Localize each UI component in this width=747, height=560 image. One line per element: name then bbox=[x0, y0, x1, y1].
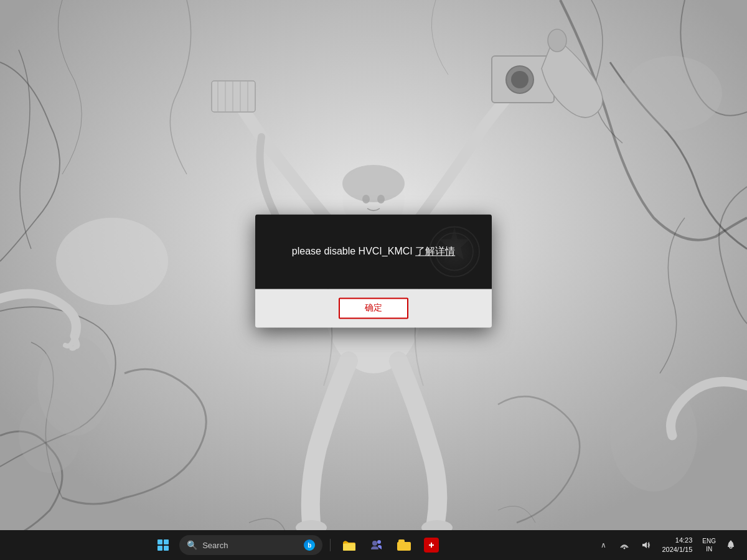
confirm-button[interactable]: 确定 bbox=[339, 297, 408, 319]
dialog-header: please disable HVCI_KMCI 了解详情 bbox=[255, 214, 492, 289]
teams-icon bbox=[370, 538, 383, 552]
search-bar[interactable]: 🔍 Search b bbox=[179, 535, 322, 555]
file-manager-button[interactable] bbox=[338, 534, 360, 556]
folder-icon bbox=[397, 539, 411, 551]
svg-point-33 bbox=[730, 541, 732, 543]
svg-point-9 bbox=[362, 195, 370, 203]
search-icon: 🔍 bbox=[187, 540, 197, 550]
taskbar-center-group: 🔍 Search b bbox=[0, 534, 594, 556]
svg-point-3 bbox=[622, 56, 722, 131]
show-hidden-icons-button[interactable]: ∧ bbox=[594, 536, 612, 554]
taskbar-separator bbox=[330, 539, 331, 551]
start-button[interactable] bbox=[152, 534, 174, 556]
svg-point-10 bbox=[377, 195, 385, 203]
clock-date: 2024/1/15 bbox=[662, 545, 692, 554]
dialog-footer: 确定 bbox=[255, 289, 492, 327]
svg-rect-28 bbox=[343, 544, 355, 551]
svg-point-2 bbox=[19, 398, 81, 473]
file-manager-icon bbox=[342, 538, 356, 552]
svg-point-30 bbox=[377, 540, 381, 544]
taskbar-right: ∧ 14:23 2024/1/1 bbox=[594, 533, 747, 558]
dialog-text-part1: please disable HVCI_KMCI bbox=[292, 246, 415, 256]
language-button[interactable]: ENG IN bbox=[700, 534, 718, 556]
svg-point-29 bbox=[372, 541, 377, 546]
svg-point-5 bbox=[56, 218, 168, 305]
svg-point-8 bbox=[342, 165, 405, 202]
search-label: Search bbox=[202, 541, 299, 550]
dialog-overlay: please disable HVCI_KMCI 了解详情 确定 bbox=[255, 214, 492, 327]
bing-icon: b bbox=[304, 539, 315, 551]
svg-point-32 bbox=[624, 548, 626, 549]
volume-button[interactable] bbox=[637, 536, 654, 554]
network-button[interactable] bbox=[616, 536, 633, 554]
clock-button[interactable]: 14:23 2024/1/15 bbox=[658, 533, 696, 558]
lang-line2: IN bbox=[702, 545, 716, 553]
chevron-up-icon: ∧ bbox=[601, 541, 606, 549]
notification-icon bbox=[726, 540, 736, 550]
desktop: please disable HVCI_KMCI 了解详情 确定 🔍 Searc… bbox=[0, 0, 747, 560]
windows-logo-icon bbox=[157, 539, 169, 551]
game-icon-svg bbox=[426, 540, 436, 550]
network-icon bbox=[619, 540, 629, 550]
svg-point-19 bbox=[511, 71, 529, 88]
clock-time: 14:23 bbox=[675, 536, 693, 545]
game-app-button[interactable] bbox=[420, 534, 443, 556]
folder-button[interactable] bbox=[393, 534, 415, 556]
game-app-icon bbox=[424, 538, 439, 553]
action-center-button[interactable] bbox=[722, 536, 740, 554]
lang-line1: ENG bbox=[702, 537, 716, 545]
volume-icon bbox=[641, 540, 651, 550]
teams-button[interactable] bbox=[365, 534, 388, 556]
dialog-link[interactable]: 了解详情 bbox=[415, 246, 455, 256]
svg-point-20 bbox=[548, 29, 566, 52]
dialog-message: please disable HVCI_KMCI 了解详情 bbox=[292, 244, 455, 259]
dialog-box: please disable HVCI_KMCI 了解详情 确定 bbox=[255, 214, 492, 327]
taskbar: 🔍 Search b bbox=[0, 530, 747, 560]
